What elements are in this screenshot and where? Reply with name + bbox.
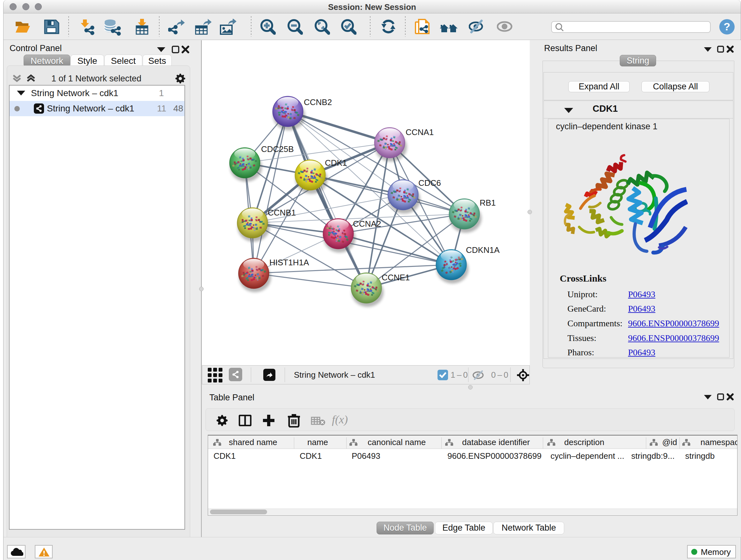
svg-text:CCNB2: CCNB2: [304, 98, 332, 107]
svg-text:CCNB1: CCNB1: [268, 208, 296, 217]
svg-text:CDKN1A: CDKN1A: [466, 245, 500, 255]
svg-text:CDC6: CDC6: [418, 178, 441, 188]
svg-text:CDK1: CDK1: [325, 158, 347, 168]
svg-text:?: ?: [724, 20, 731, 33]
svg-text:CCNE1: CCNE1: [382, 273, 410, 282]
svg-text:CCNA1: CCNA1: [406, 127, 434, 137]
svg-text:CDC25B: CDC25B: [261, 144, 294, 154]
svg-text:RB1: RB1: [480, 198, 496, 207]
svg-text:CCNA2: CCNA2: [353, 219, 381, 229]
svg-text:HIST1H1A: HIST1H1A: [269, 258, 309, 267]
